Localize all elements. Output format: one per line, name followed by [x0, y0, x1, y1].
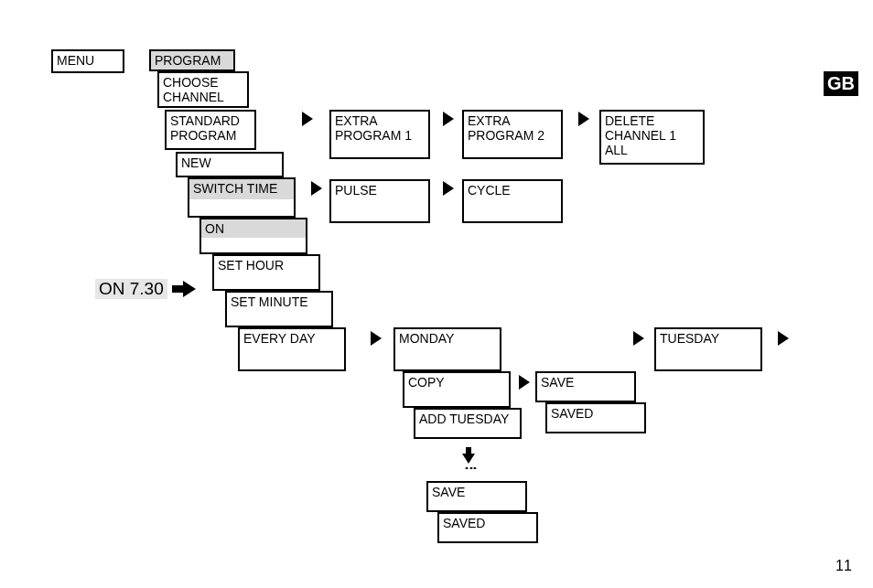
on-box: ON [199, 218, 307, 238]
save-box-2: SAVE [426, 481, 527, 512]
arrow-icon [302, 112, 313, 126]
switch-time-box: SWITCH TIME [188, 177, 296, 199]
language-badge: GB [824, 71, 858, 96]
arrow-icon [578, 112, 589, 126]
menu-box: MENU [51, 49, 124, 73]
tuesday-box: TUESDAY [654, 327, 762, 371]
pulse-box: PULSE [329, 179, 430, 223]
page-number: 11 [835, 558, 852, 574]
arrow-icon [371, 331, 382, 346]
arrow-icon [311, 181, 322, 196]
delete-channel-label: DELETE CHANNEL 1 ALL [605, 113, 676, 157]
extra-program-1-label: EXTRA PROGRAM 1 [335, 113, 412, 143]
new-box: NEW [176, 152, 284, 177]
delete-channel-box: DELETE CHANNEL 1 ALL [599, 110, 705, 165]
arrow-icon [443, 112, 454, 126]
extra-program-2-box: EXTRA PROGRAM 2 [462, 110, 563, 159]
cycle-box: CYCLE [462, 179, 563, 223]
extra-program-1-box: EXTRA PROGRAM 1 [329, 110, 430, 159]
every-day-box: EVERY DAY [238, 327, 346, 371]
set-minute-label: SET MINUTE [231, 294, 308, 309]
add-tuesday-box: ADD TUESDAY [414, 408, 522, 439]
arrow-icon [183, 281, 196, 297]
save-box: SAVE [535, 371, 636, 402]
extra-program-2-label: EXTRA PROGRAM 2 [468, 113, 544, 143]
on-time-label: ON 7.30 [95, 279, 167, 299]
set-hour-label: SET HOUR [218, 258, 284, 273]
arrow-icon [778, 331, 789, 346]
dots-icon: ⋮ [464, 462, 479, 476]
set-minute-box: SET MINUTE [225, 291, 333, 327]
arrow-icon [443, 181, 454, 196]
arrow-icon [633, 331, 644, 346]
arrow-icon [519, 375, 530, 390]
program-box: PROGRAM [149, 49, 235, 71]
copy-box: COPY [403, 371, 511, 408]
choose-channel-box: CHOOSE CHANNEL [157, 71, 249, 108]
choose-channel-label: CHOOSE CHANNEL [163, 75, 224, 104]
standard-program-label: STANDARD PROGRAM [170, 113, 240, 143]
saved-box-2: SAVED [437, 512, 538, 543]
set-hour-box: SET HOUR [212, 254, 320, 291]
monday-box: MONDAY [393, 327, 501, 371]
saved-box: SAVED [545, 402, 646, 433]
standard-program-box: STANDARD PROGRAM [165, 110, 256, 150]
